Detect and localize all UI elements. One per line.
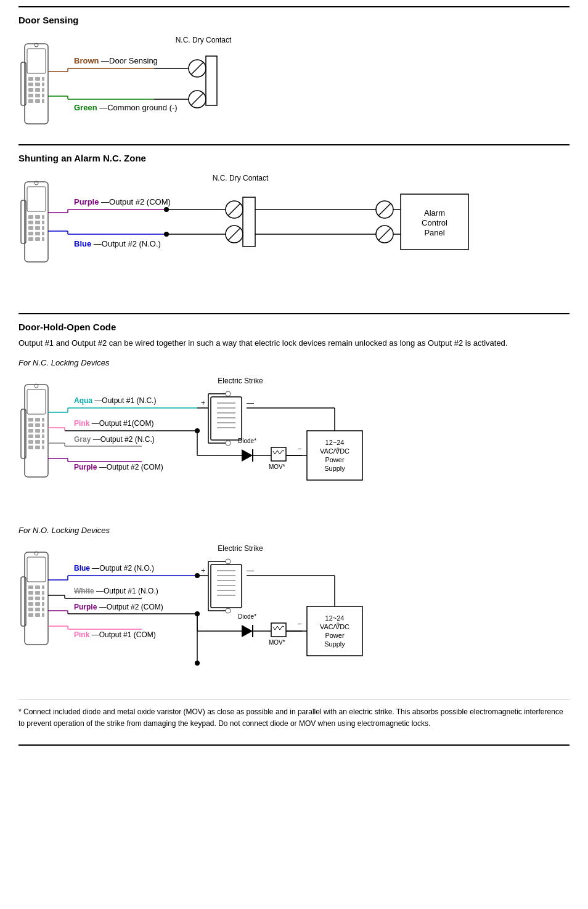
door-hold-section: Door-Hold-Open Code Output #1 and Output… [18,313,570,736]
door-hold-desc: Output #1 and Output #2 can be wired tog… [18,337,570,349]
no-locking-title: For N.O. Locking Devices [18,526,570,535]
svg-rect-169 [28,602,33,606]
svg-rect-164 [35,591,40,595]
svg-line-65 [228,203,240,216]
svg-text:Pink
          —Output #1 (COM: Pink —Output #1 (COM) [74,630,156,639]
svg-text:MOV*: MOV* [269,463,285,470]
svg-text:Panel: Panel [424,228,444,237]
svg-rect-39 [28,221,33,224]
svg-rect-159 [27,557,46,582]
svg-rect-1 [27,49,46,73]
bottom-border [18,744,570,746]
shunting-section: Shunting an Alarm N.C. Zone [18,144,570,313]
svg-text:−: − [298,620,301,627]
svg-rect-41 [42,221,44,224]
door-sensing-title: Door Sensing [18,15,570,25]
svg-rect-94 [28,434,33,438]
svg-rect-46 [35,232,40,235]
svg-rect-36 [28,215,33,219]
svg-text:MOV*: MOV* [269,639,285,646]
svg-rect-93 [42,429,44,433]
svg-rect-178 [21,577,26,626]
svg-line-28 [191,62,203,75]
svg-rect-49 [35,237,40,241]
svg-text:Power: Power [325,632,345,639]
svg-rect-9 [35,88,40,92]
svg-text:+: + [201,566,205,575]
shunting-diagram: Purple —Output #2 (COM) Blue —Output #2 … [18,169,555,305]
svg-rect-89 [35,423,40,427]
svg-text:Green
        —Common ground (: Green —Common ground (-) [74,103,178,112]
svg-rect-11 [28,94,33,97]
svg-text:Diode*: Diode* [238,438,256,444]
svg-marker-140 [242,449,253,462]
svg-point-211 [226,608,231,613]
svg-rect-97 [28,440,33,444]
keypad-device-2 [21,181,48,262]
svg-point-125 [226,391,231,396]
svg-point-133 [226,441,231,446]
svg-rect-37 [35,215,40,219]
svg-rect-10 [42,88,44,92]
svg-rect-176 [35,613,40,617]
svg-text:Electric Strike: Electric Strike [218,377,263,385]
svg-rect-86 [35,418,40,422]
svg-text:Supply: Supply [324,640,345,648]
svg-text:Purple
          —Output #2 (C: Purple —Output #2 (COM) [74,603,163,611]
no-locking-diagram: Blue —Output #2 (N.O.) White —Output #1 … [18,540,542,688]
svg-rect-3 [35,77,40,81]
door-sensing-diagram: Brown —Door Sensing Green —Common ground… [18,31,388,136]
svg-rect-174 [42,608,44,611]
svg-rect-38 [42,215,44,219]
svg-rect-150 [307,431,362,480]
svg-line-69 [228,228,240,240]
svg-text:Blue
          —Output #2 (N.O: Blue —Output #2 (N.O.) [74,564,154,573]
svg-rect-99 [42,440,44,444]
svg-text:+: + [201,399,205,407]
svg-text:Blue
        —Output #2 (N.O.): Blue —Output #2 (N.O.) [74,239,161,248]
svg-line-76 [378,228,391,240]
svg-rect-171 [42,602,44,606]
svg-rect-88 [28,423,33,427]
svg-rect-40 [35,221,40,224]
svg-rect-16 [42,99,44,103]
svg-rect-17 [21,62,26,105]
svg-marker-218 [242,625,253,637]
svg-rect-172 [28,608,33,611]
svg-rect-44 [42,226,44,230]
svg-rect-6 [35,83,40,86]
svg-text:Aqua
          —Output #1 (N.C: Aqua —Output #1 (N.C.) [74,396,156,405]
svg-rect-12 [35,94,40,97]
svg-rect-87 [42,418,44,422]
svg-rect-173 [35,608,40,611]
svg-rect-84 [27,389,46,414]
svg-text:—: — [247,566,254,575]
svg-text:Control: Control [422,218,447,227]
svg-rect-102 [42,446,44,449]
svg-rect-177 [42,613,44,617]
svg-text:Purple
        —Output #2 (COM: Purple —Output #2 (COM) [74,197,171,206]
svg-rect-85 [28,418,33,422]
svg-point-195 [195,661,200,666]
svg-line-32 [191,93,203,105]
svg-rect-15 [35,99,40,103]
svg-text:Alarm: Alarm [424,208,445,218]
svg-rect-145 [271,447,286,461]
svg-text:N.C. Dry Contact: N.C. Dry Contact [213,174,269,182]
svg-rect-163 [28,591,33,595]
svg-rect-48 [28,237,33,241]
footnote: * Connect included diode and metal oxide… [18,699,570,730]
svg-rect-50 [42,237,44,241]
door-sensing-section: Door Sensing [18,6,570,144]
svg-text:Electric Strike: Electric Strike [218,544,263,553]
svg-rect-160 [28,585,33,589]
svg-rect-175 [28,613,33,617]
svg-rect-13 [42,94,44,97]
svg-rect-98 [35,440,40,444]
svg-rect-227 [307,606,362,656]
keypad-device [21,43,48,124]
svg-rect-162 [42,585,44,589]
svg-rect-14 [28,99,33,103]
svg-rect-161 [35,585,40,589]
no-locking-section: For N.O. Locking Devices [18,526,570,690]
